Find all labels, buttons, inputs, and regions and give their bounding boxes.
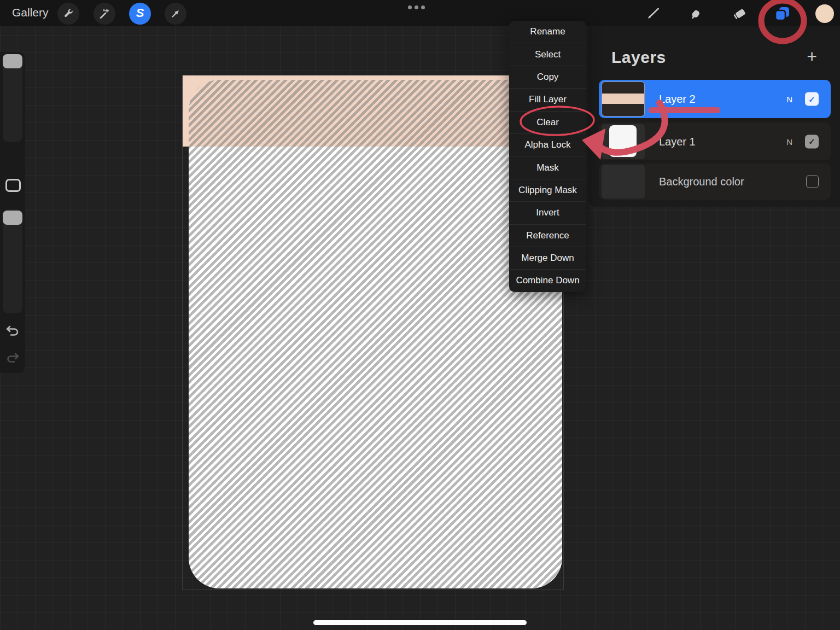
- menu-item-mask[interactable]: Mask: [509, 156, 586, 178]
- layer1-visibility-checkbox[interactable]: ✓: [805, 135, 819, 148]
- menu-item-clipping-mask[interactable]: Clipping Mask: [509, 179, 586, 201]
- actions-wrench-button[interactable]: [57, 3, 79, 25]
- layer2-peach-under-selection: [189, 80, 562, 147]
- undo-icon: [5, 324, 20, 337]
- layer2-blend-mode[interactable]: N: [786, 95, 792, 104]
- canvas-selection-area[interactable]: [189, 80, 562, 588]
- wrench-icon: [62, 8, 74, 20]
- menu-item-rename[interactable]: Rename: [509, 21, 586, 43]
- color-swatch-button[interactable]: [815, 4, 834, 23]
- home-indicator[interactable]: [313, 620, 527, 625]
- background-visibility-checkbox[interactable]: [806, 176, 819, 188]
- menu-item-clear[interactable]: Clear: [509, 111, 586, 133]
- annotation-underline-layer2: [649, 107, 720, 113]
- menu-item-fill-layer[interactable]: Fill Layer: [509, 88, 586, 110]
- opacity-slider[interactable]: [3, 209, 22, 313]
- layer1-thumbnail[interactable]: [602, 124, 645, 159]
- add-layer-button[interactable]: +: [807, 48, 817, 65]
- layer2-name[interactable]: Layer 2: [659, 93, 696, 106]
- menu-item-select[interactable]: Select: [509, 43, 586, 65]
- background-color-name[interactable]: Background color: [659, 176, 744, 188]
- modify-button[interactable]: [5, 179, 21, 192]
- menu-item-invert[interactable]: Invert: [509, 201, 586, 224]
- layer1-blend-mode[interactable]: N: [786, 137, 792, 146]
- smudge-tool-button[interactable]: [685, 3, 707, 25]
- procreate-app: Gallery S: [0, 0, 840, 630]
- transform-button[interactable]: [165, 3, 186, 25]
- menu-item-combine-down[interactable]: Combine Down: [509, 269, 586, 291]
- brush-icon: [646, 7, 660, 21]
- brush-tool-button[interactable]: [642, 3, 664, 25]
- undo-button[interactable]: [5, 324, 20, 340]
- layers-panel: Layers + Layer 2 N ✓ Layer 1 N ✓ Backgro…: [588, 26, 840, 207]
- layers-panel-button[interactable]: [771, 3, 793, 25]
- layer-context-menu: Rename Select Copy Fill Layer Clear Alph…: [509, 21, 586, 292]
- layer-row-layer1[interactable]: Layer 1 N ✓: [599, 122, 831, 160]
- gallery-button[interactable]: Gallery: [12, 6, 49, 19]
- smudge-finger-icon: [689, 7, 703, 21]
- layer2-thumbnail[interactable]: [602, 81, 645, 116]
- top-toolbar: Gallery S: [0, 0, 840, 26]
- layers-icon: [772, 4, 792, 24]
- cursor-arrow-icon: [170, 8, 182, 20]
- layer-row-background[interactable]: Background color: [599, 164, 831, 200]
- menu-item-alpha-lock[interactable]: Alpha Lock: [509, 133, 586, 156]
- layers-panel-title: Layers: [611, 48, 666, 67]
- brush-size-slider[interactable]: [3, 54, 22, 142]
- magic-wand-icon: [98, 8, 110, 20]
- redo-icon: [5, 351, 20, 364]
- menu-item-copy[interactable]: Copy: [509, 66, 586, 88]
- selection-s-icon: S: [136, 6, 144, 20]
- menu-item-reference[interactable]: Reference: [509, 224, 586, 247]
- layer2-thumb-peach-band: [602, 94, 644, 104]
- background-thumbnail[interactable]: [602, 165, 645, 199]
- layer2-visibility-checkbox[interactable]: ✓: [805, 92, 819, 106]
- layer1-thumb-white-shape: [609, 125, 637, 157]
- selection-tool-button[interactable]: S: [129, 3, 151, 25]
- menu-item-merge-down[interactable]: Merge Down: [509, 247, 586, 269]
- opacity-handle[interactable]: [3, 211, 22, 225]
- layer1-name[interactable]: Layer 1: [659, 135, 696, 148]
- sidebar-controls: [0, 52, 25, 373]
- more-options-icon[interactable]: [408, 5, 425, 9]
- brush-size-handle[interactable]: [3, 54, 22, 68]
- eraser-tool-button[interactable]: [728, 3, 750, 25]
- redo-button[interactable]: [5, 351, 20, 366]
- adjustments-button[interactable]: [94, 3, 115, 25]
- eraser-icon: [732, 6, 747, 21]
